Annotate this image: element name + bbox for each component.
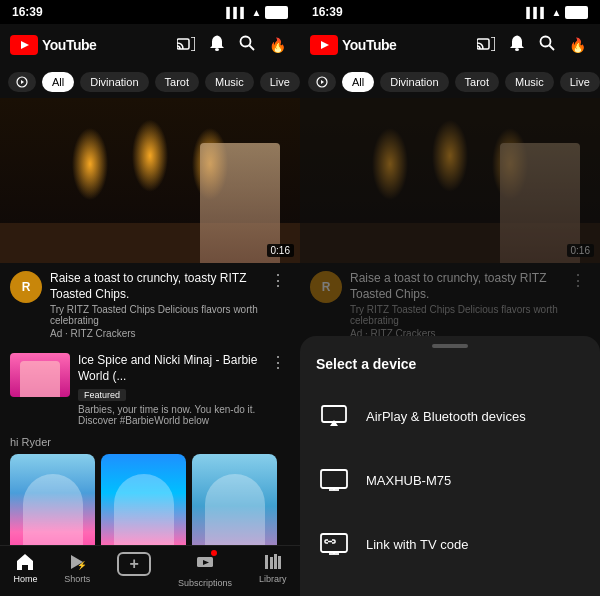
right-battery-indicator: 100 bbox=[565, 6, 588, 19]
right-ad-video-description: Try RITZ Toasted Chips Delicious flavors… bbox=[350, 304, 558, 326]
short-person-1 bbox=[10, 454, 95, 545]
right-tab-live[interactable]: Live bbox=[560, 72, 600, 92]
right-tab-all[interactable]: All bbox=[342, 72, 374, 92]
right-ad-video-info: R Raise a toast to crunchy, toasty RITZ … bbox=[300, 263, 600, 347]
right-tab-divination[interactable]: Divination bbox=[380, 72, 448, 92]
device-maxhub[interactable]: MAXHUB-M75 bbox=[300, 448, 600, 512]
cast-icon[interactable] bbox=[173, 33, 199, 58]
nav-subscriptions-label: Subscriptions bbox=[178, 578, 232, 588]
youtube-logo: YouTube bbox=[10, 35, 96, 55]
right-cast-icon[interactable] bbox=[473, 33, 499, 58]
right-avatar-icon[interactable]: 🔥 bbox=[565, 33, 590, 57]
tab-live[interactable]: Live bbox=[260, 72, 300, 92]
bottom-navigation: Home ⚡ Shorts Subscriptions Library bbox=[0, 545, 300, 596]
tv-icon bbox=[320, 468, 348, 492]
nav-library-label: Library bbox=[259, 574, 287, 584]
right-status-bar: 16:39 ▌▌▌ ▲ 100 bbox=[300, 0, 600, 24]
short-thumbnail-1 bbox=[10, 454, 95, 545]
status-bar: 16:39 ▌▌▌ ▲ 100 bbox=[0, 0, 300, 24]
device-airplay[interactable]: AirPlay & Bluetooth devices bbox=[300, 384, 600, 448]
device-link-tv[interactable]: Link with TV code bbox=[300, 512, 600, 576]
svg-rect-14 bbox=[278, 556, 281, 569]
right-video-duration: 0:16 bbox=[567, 244, 594, 257]
nav-home[interactable]: Home bbox=[13, 552, 37, 588]
right-notifications-icon[interactable] bbox=[505, 30, 529, 60]
tab-tarot[interactable]: Tarot bbox=[155, 72, 199, 92]
tab-music[interactable]: Music bbox=[205, 72, 254, 92]
right-search-icon[interactable] bbox=[535, 31, 559, 59]
svg-line-5 bbox=[250, 46, 255, 51]
right-phone-panel: 16:39 ▌▌▌ ▲ 100 YouTube bbox=[300, 0, 600, 596]
featured-more-options-icon[interactable]: ⋮ bbox=[266, 353, 290, 372]
featured-thumbnail[interactable] bbox=[10, 353, 70, 397]
right-tab-music[interactable]: Music bbox=[505, 72, 554, 92]
short-person-2 bbox=[101, 454, 186, 545]
shorts-row bbox=[10, 454, 290, 545]
nav-shorts[interactable]: ⚡ Shorts bbox=[64, 552, 90, 588]
link-tv-device-name: Link with TV code bbox=[366, 537, 468, 552]
signal-icon: ▌▌▌ bbox=[226, 7, 247, 18]
right-ad-video-details: Raise a toast to crunchy, toasty RITZ To… bbox=[350, 271, 558, 339]
nav-subscriptions[interactable]: Subscriptions bbox=[178, 552, 232, 588]
svg-point-4 bbox=[241, 37, 251, 47]
svg-point-18 bbox=[515, 48, 519, 51]
right-tab-explore[interactable] bbox=[308, 72, 336, 92]
short-item-3[interactable] bbox=[192, 454, 277, 545]
video-duration: 0:16 bbox=[267, 244, 294, 257]
notifications-icon[interactable] bbox=[205, 30, 229, 60]
create-button[interactable] bbox=[117, 552, 151, 576]
right-more-options-icon: ⋮ bbox=[566, 271, 590, 290]
thumbnail-background bbox=[0, 98, 300, 263]
right-status-time: 16:39 bbox=[312, 5, 343, 19]
svg-point-19 bbox=[541, 37, 551, 47]
nav-create[interactable] bbox=[117, 552, 151, 588]
tab-explore[interactable] bbox=[8, 72, 36, 92]
svg-rect-25 bbox=[321, 470, 347, 488]
right-filter-tabs: All Divination Tarot Music Live bbox=[300, 66, 600, 98]
content-area: 0:16 R Raise a toast to crunchy, toasty … bbox=[0, 98, 300, 545]
avatar-icon[interactable]: 🔥 bbox=[265, 33, 290, 57]
svg-line-20 bbox=[550, 46, 555, 51]
short-item-2[interactable] bbox=[101, 454, 186, 545]
svg-text:⚡: ⚡ bbox=[77, 560, 87, 570]
maxhub-device-name: MAXHUB-M75 bbox=[366, 473, 451, 488]
ad-video-details: Raise a toast to crunchy, toasty RITZ To… bbox=[50, 271, 258, 339]
svg-rect-13 bbox=[274, 554, 277, 569]
right-youtube-logo-text: YouTube bbox=[342, 37, 396, 53]
right-youtube-logo-icon bbox=[310, 35, 338, 55]
featured-video-details: Ice Spice and Nicki Minaj - Barbie World… bbox=[78, 353, 258, 426]
nav-home-label: Home bbox=[13, 574, 37, 584]
nav-library[interactable]: Library bbox=[259, 552, 287, 588]
ad-video-info: R Raise a toast to crunchy, toasty RITZ … bbox=[0, 263, 300, 347]
youtube-logo-icon bbox=[10, 35, 38, 55]
ad-video-description: Try RITZ Toasted Chips Delicious flavors… bbox=[50, 304, 258, 326]
right-tab-tarot[interactable]: Tarot bbox=[455, 72, 499, 92]
nav-shorts-label: Shorts bbox=[64, 574, 90, 584]
filter-tabs: All Divination Tarot Music Live bbox=[0, 66, 300, 98]
short-person-3 bbox=[192, 454, 277, 545]
youtube-logo-text: YouTube bbox=[42, 37, 96, 53]
svg-rect-11 bbox=[265, 555, 268, 569]
ad-video-thumbnail[interactable]: 0:16 bbox=[0, 98, 300, 263]
handle-bar bbox=[432, 344, 468, 348]
right-ad-video-thumbnail: 0:16 bbox=[300, 98, 600, 263]
right-youtube-header: YouTube 🔥 bbox=[300, 24, 600, 66]
channel-avatar: R bbox=[10, 271, 42, 303]
youtube-header: YouTube 🔥 bbox=[0, 24, 300, 66]
right-youtube-logo: YouTube bbox=[310, 35, 396, 55]
more-options-icon[interactable]: ⋮ bbox=[266, 271, 290, 290]
tab-all[interactable]: All bbox=[42, 72, 74, 92]
status-icons: ▌▌▌ ▲ 100 bbox=[226, 6, 288, 19]
tv-icon-wrap bbox=[316, 462, 352, 498]
search-icon[interactable] bbox=[235, 31, 259, 59]
ad-video-title: Raise a toast to crunchy, toasty RITZ To… bbox=[50, 271, 258, 302]
overlay-handle bbox=[300, 336, 600, 352]
link-tv-icon bbox=[320, 532, 348, 556]
notification-dot bbox=[211, 550, 217, 556]
featured-badge: Featured bbox=[78, 389, 126, 401]
link-tv-icon-wrap bbox=[316, 526, 352, 562]
short-item-1[interactable] bbox=[10, 454, 95, 545]
airplay-icon bbox=[320, 404, 348, 428]
tab-divination[interactable]: Divination bbox=[80, 72, 148, 92]
featured-video-row: Ice Spice and Nicki Minaj - Barbie World… bbox=[0, 347, 300, 432]
